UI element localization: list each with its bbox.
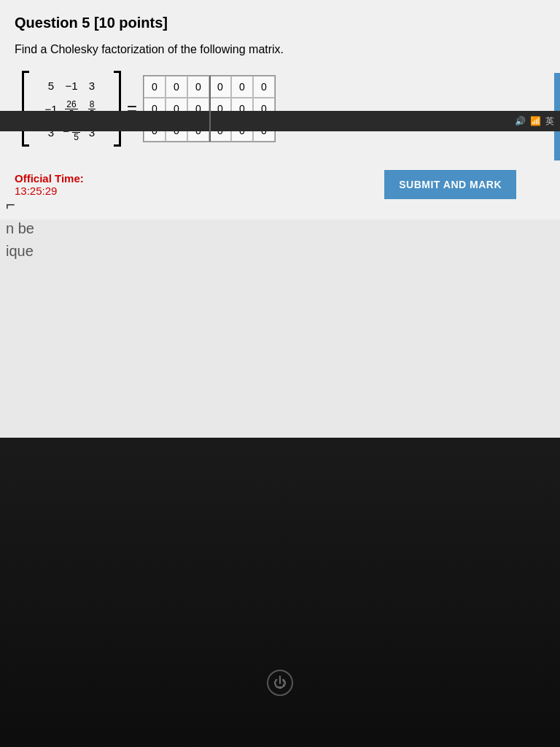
matrix-row-1: 5 −1 3 xyxy=(41,74,102,97)
answer-input-grid[interactable]: 0 0 0 0 0 0 0 0 0 0 0 0 0 0 0 xyxy=(143,75,276,142)
ans-0-1[interactable]: 0 xyxy=(166,76,187,98)
ans-0-4[interactable]: 0 xyxy=(231,76,253,98)
matrix-equation: 5 −1 3 −1 26 5 xyxy=(22,71,516,147)
content-area: Question 5 [10 points] Find a Cholesky f… xyxy=(0,0,560,220)
question-text: Find a Cholesky factorization of the fol… xyxy=(15,43,516,56)
cell-0-1: −1 xyxy=(61,80,82,92)
submit-and-mark-button[interactable]: SUBMIT AND MARK xyxy=(384,170,516,199)
given-matrix: 5 −1 3 −1 26 5 xyxy=(22,71,121,147)
answer-matrix: 0 0 0 0 0 0 0 0 0 0 0 0 0 0 0 xyxy=(143,75,276,142)
sidebar-text-2: ique xyxy=(6,243,34,260)
official-time-value: 13:25:29 xyxy=(15,185,384,197)
cell-0-2: 3 xyxy=(82,80,102,92)
ans-0-5[interactable]: 0 xyxy=(253,76,275,98)
taskbar-network-icon: 📶 xyxy=(530,116,541,126)
time-section: Official Time: 13:25:29 xyxy=(15,172,384,197)
ans-0-2[interactable]: 0 xyxy=(187,76,209,98)
cell-0-0: 5 xyxy=(41,80,61,92)
question-title: Question 5 [10 points] xyxy=(15,15,516,31)
taskbar-speaker-icon: 🔊 xyxy=(515,116,526,126)
sidebar-text-1: n be xyxy=(6,220,34,237)
dark-area: ⏻ xyxy=(0,441,560,747)
grid-divider xyxy=(209,76,211,142)
ans-0-0[interactable]: 0 xyxy=(144,76,166,98)
sidebar-left: ⌐ n be ique xyxy=(0,190,40,266)
bottom-section: Official Time: 13:25:29 SUBMIT AND MARK xyxy=(15,164,516,205)
ans-0-3[interactable]: 0 xyxy=(209,76,231,98)
power-button-icon: ⏻ xyxy=(267,670,293,696)
screen: Question 5 [10 points] Find a Cholesky f… xyxy=(0,0,560,438)
sidebar-icon: ⌐ xyxy=(6,196,34,214)
official-time-label: Official Time: xyxy=(15,172,384,185)
taskbar-lang-indicator: 英 xyxy=(545,115,554,128)
matrix-rows: 5 −1 3 −1 26 5 xyxy=(32,71,111,147)
taskbar: 🔊 📶 英 xyxy=(0,111,560,131)
